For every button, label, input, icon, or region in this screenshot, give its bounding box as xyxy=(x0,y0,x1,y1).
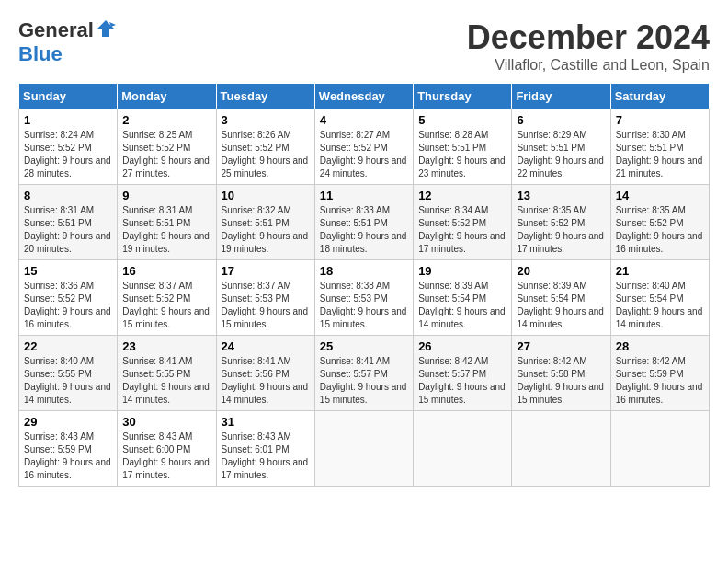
svg-marker-0 xyxy=(97,20,114,37)
calendar-cell xyxy=(414,411,512,487)
location-title: Villaflor, Castille and Leon, Spain xyxy=(467,57,710,74)
calendar-table: SundayMondayTuesdayWednesdayThursdayFrid… xyxy=(18,83,710,487)
calendar-cell: 10 Sunrise: 8:32 AM Sunset: 5:51 PM Dayl… xyxy=(216,185,314,260)
calendar-cell: 19 Sunrise: 8:39 AM Sunset: 5:54 PM Dayl… xyxy=(414,260,512,336)
calendar-cell: 13 Sunrise: 8:35 AM Sunset: 5:52 PM Dayl… xyxy=(512,185,610,260)
day-info: Sunrise: 8:27 AM Sunset: 5:52 PM Dayligh… xyxy=(320,129,408,180)
calendar-cell: 17 Sunrise: 8:37 AM Sunset: 5:53 PM Dayl… xyxy=(216,260,314,336)
day-info: Sunrise: 8:38 AM Sunset: 5:53 PM Dayligh… xyxy=(320,280,408,331)
col-header-wednesday: Wednesday xyxy=(314,84,413,109)
calendar-cell: 20 Sunrise: 8:39 AM Sunset: 5:54 PM Dayl… xyxy=(512,260,610,336)
logo: General Blue xyxy=(18,18,116,66)
day-number: 27 xyxy=(517,339,605,353)
day-number: 29 xyxy=(24,415,112,429)
day-number: 4 xyxy=(320,113,408,127)
col-header-sunday: Sunday xyxy=(19,84,118,109)
day-info: Sunrise: 8:43 AM Sunset: 5:59 PM Dayligh… xyxy=(24,431,112,482)
day-info: Sunrise: 8:25 AM Sunset: 5:52 PM Dayligh… xyxy=(122,129,210,180)
day-number: 12 xyxy=(418,189,506,202)
calendar-cell xyxy=(314,411,413,487)
day-info: Sunrise: 8:36 AM Sunset: 5:52 PM Dayligh… xyxy=(24,280,112,331)
day-info: Sunrise: 8:41 AM Sunset: 5:56 PM Dayligh… xyxy=(222,355,310,407)
day-number: 11 xyxy=(320,189,408,202)
day-info: Sunrise: 8:43 AM Sunset: 6:01 PM Dayligh… xyxy=(222,431,310,482)
calendar-cell: 14 Sunrise: 8:35 AM Sunset: 5:52 PM Dayl… xyxy=(610,185,709,260)
day-number: 8 xyxy=(24,189,112,202)
header: General Blue December 2024 Villaflor, Ca… xyxy=(18,18,710,74)
day-number: 17 xyxy=(222,264,310,278)
calendar-cell: 28 Sunrise: 8:42 AM Sunset: 5:59 PM Dayl… xyxy=(610,336,709,411)
calendar-cell: 29 Sunrise: 8:43 AM Sunset: 5:59 PM Dayl… xyxy=(19,411,118,487)
day-number: 9 xyxy=(122,189,210,202)
calendar-cell: 6 Sunrise: 8:29 AM Sunset: 5:51 PM Dayli… xyxy=(512,109,610,185)
col-header-tuesday: Tuesday xyxy=(216,84,314,109)
day-info: Sunrise: 8:35 AM Sunset: 5:52 PM Dayligh… xyxy=(517,204,605,256)
day-number: 20 xyxy=(517,264,605,278)
day-number: 26 xyxy=(418,339,506,353)
day-info: Sunrise: 8:43 AM Sunset: 6:00 PM Dayligh… xyxy=(122,431,210,482)
calendar-cell: 27 Sunrise: 8:42 AM Sunset: 5:58 PM Dayl… xyxy=(512,336,610,411)
day-number: 28 xyxy=(616,339,704,353)
calendar-cell xyxy=(610,411,709,487)
day-number: 2 xyxy=(122,113,210,127)
day-number: 13 xyxy=(517,189,605,202)
day-number: 7 xyxy=(616,113,704,127)
day-info: Sunrise: 8:42 AM Sunset: 5:57 PM Dayligh… xyxy=(418,355,506,407)
day-number: 30 xyxy=(122,415,210,429)
calendar-cell: 15 Sunrise: 8:36 AM Sunset: 5:52 PM Dayl… xyxy=(19,260,118,336)
calendar-cell: 11 Sunrise: 8:33 AM Sunset: 5:51 PM Dayl… xyxy=(314,185,413,260)
calendar-cell: 8 Sunrise: 8:31 AM Sunset: 5:51 PM Dayli… xyxy=(19,185,118,260)
calendar-cell: 1 Sunrise: 8:24 AM Sunset: 5:52 PM Dayli… xyxy=(19,109,118,185)
calendar-cell: 9 Sunrise: 8:31 AM Sunset: 5:51 PM Dayli… xyxy=(118,185,216,260)
logo-blue-text: Blue xyxy=(18,42,63,66)
day-number: 22 xyxy=(24,339,112,353)
day-info: Sunrise: 8:39 AM Sunset: 5:54 PM Dayligh… xyxy=(418,280,506,331)
day-info: Sunrise: 8:42 AM Sunset: 5:59 PM Dayligh… xyxy=(616,355,704,407)
day-number: 24 xyxy=(222,339,310,353)
day-number: 18 xyxy=(320,264,408,278)
day-number: 6 xyxy=(517,113,605,127)
calendar-cell: 7 Sunrise: 8:30 AM Sunset: 5:51 PM Dayli… xyxy=(610,109,709,185)
day-info: Sunrise: 8:24 AM Sunset: 5:52 PM Dayligh… xyxy=(24,129,112,180)
day-info: Sunrise: 8:42 AM Sunset: 5:58 PM Dayligh… xyxy=(517,355,605,407)
day-info: Sunrise: 8:33 AM Sunset: 5:51 PM Dayligh… xyxy=(320,204,408,256)
calendar-cell: 22 Sunrise: 8:40 AM Sunset: 5:55 PM Dayl… xyxy=(19,336,118,411)
day-info: Sunrise: 8:29 AM Sunset: 5:51 PM Dayligh… xyxy=(517,129,605,180)
calendar-cell: 21 Sunrise: 8:40 AM Sunset: 5:54 PM Dayl… xyxy=(610,260,709,336)
calendar-cell: 12 Sunrise: 8:34 AM Sunset: 5:52 PM Dayl… xyxy=(414,185,512,260)
day-number: 3 xyxy=(222,113,310,127)
day-number: 10 xyxy=(222,189,310,202)
calendar-cell: 5 Sunrise: 8:28 AM Sunset: 5:51 PM Dayli… xyxy=(414,109,512,185)
calendar-cell: 18 Sunrise: 8:38 AM Sunset: 5:53 PM Dayl… xyxy=(314,260,413,336)
day-info: Sunrise: 8:41 AM Sunset: 5:57 PM Dayligh… xyxy=(320,355,408,407)
day-info: Sunrise: 8:32 AM Sunset: 5:51 PM Dayligh… xyxy=(222,204,310,256)
calendar-cell: 2 Sunrise: 8:25 AM Sunset: 5:52 PM Dayli… xyxy=(118,109,216,185)
day-info: Sunrise: 8:39 AM Sunset: 5:54 PM Dayligh… xyxy=(517,280,605,331)
day-info: Sunrise: 8:26 AM Sunset: 5:52 PM Dayligh… xyxy=(222,129,310,180)
day-info: Sunrise: 8:31 AM Sunset: 5:51 PM Dayligh… xyxy=(24,204,112,256)
calendar-cell xyxy=(512,411,610,487)
day-info: Sunrise: 8:37 AM Sunset: 5:52 PM Dayligh… xyxy=(122,280,210,331)
calendar-cell: 4 Sunrise: 8:27 AM Sunset: 5:52 PM Dayli… xyxy=(314,109,413,185)
day-info: Sunrise: 8:37 AM Sunset: 5:53 PM Dayligh… xyxy=(222,280,310,331)
col-header-monday: Monday xyxy=(118,84,216,109)
day-info: Sunrise: 8:35 AM Sunset: 5:52 PM Dayligh… xyxy=(616,204,704,256)
calendar-cell: 23 Sunrise: 8:41 AM Sunset: 5:55 PM Dayl… xyxy=(118,336,216,411)
day-number: 5 xyxy=(418,113,506,127)
day-number: 15 xyxy=(24,264,112,278)
calendar-cell: 16 Sunrise: 8:37 AM Sunset: 5:52 PM Dayl… xyxy=(118,260,216,336)
day-info: Sunrise: 8:30 AM Sunset: 5:51 PM Dayligh… xyxy=(616,129,704,180)
logo-general-text: General xyxy=(18,18,94,42)
col-header-saturday: Saturday xyxy=(610,84,709,109)
day-number: 14 xyxy=(616,189,704,202)
day-info: Sunrise: 8:40 AM Sunset: 5:55 PM Dayligh… xyxy=(24,355,112,407)
col-header-friday: Friday xyxy=(512,84,610,109)
day-number: 1 xyxy=(24,113,112,127)
month-title: December 2024 xyxy=(467,18,710,57)
day-number: 21 xyxy=(616,264,704,278)
day-number: 25 xyxy=(320,339,408,353)
calendar-cell: 31 Sunrise: 8:43 AM Sunset: 6:01 PM Dayl… xyxy=(216,411,314,487)
day-info: Sunrise: 8:40 AM Sunset: 5:54 PM Dayligh… xyxy=(616,280,704,331)
title-area: December 2024 Villaflor, Castille and Le… xyxy=(467,18,710,74)
calendar-cell: 30 Sunrise: 8:43 AM Sunset: 6:00 PM Dayl… xyxy=(118,411,216,487)
